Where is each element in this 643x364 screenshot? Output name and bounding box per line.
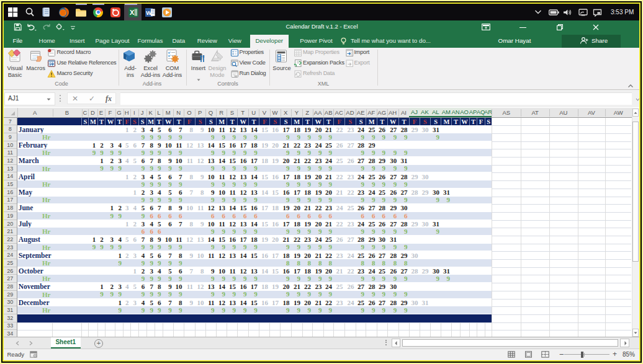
svg-text:X: X bbox=[130, 9, 135, 16]
svg-text:W: W bbox=[146, 9, 151, 16]
